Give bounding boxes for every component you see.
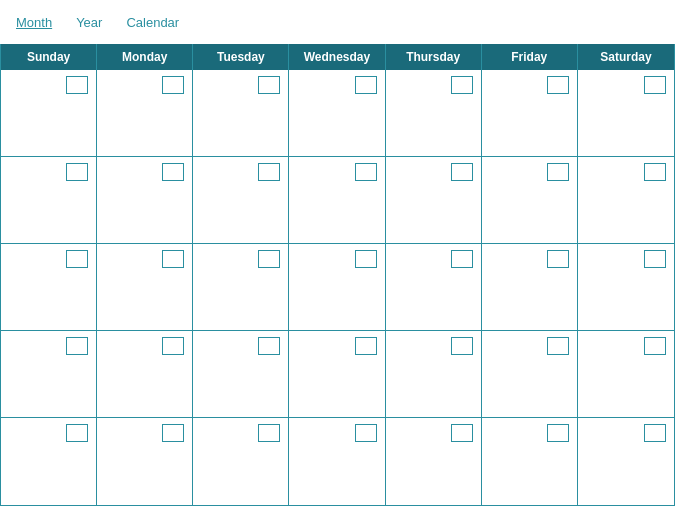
date-box [162, 76, 184, 94]
date-box [644, 163, 666, 181]
table-row[interactable] [1, 70, 97, 157]
table-row[interactable] [1, 157, 97, 244]
table-row[interactable] [578, 157, 674, 244]
table-row[interactable] [386, 70, 482, 157]
table-row[interactable] [482, 244, 578, 331]
table-row[interactable] [193, 418, 289, 505]
table-row[interactable] [482, 418, 578, 505]
date-box [547, 163, 569, 181]
date-box [162, 250, 184, 268]
table-row[interactable] [97, 418, 193, 505]
table-row[interactable] [1, 244, 97, 331]
table-row[interactable] [482, 70, 578, 157]
date-box [258, 163, 280, 181]
date-box [258, 250, 280, 268]
calendar-grid [1, 70, 674, 505]
table-row[interactable] [578, 70, 674, 157]
table-row[interactable] [97, 244, 193, 331]
table-row[interactable] [482, 331, 578, 418]
date-box [162, 163, 184, 181]
date-box [547, 337, 569, 355]
date-box [451, 76, 473, 94]
header-thursday: Thursday [386, 44, 482, 70]
table-row[interactable] [386, 418, 482, 505]
date-box [258, 424, 280, 442]
table-row[interactable] [386, 244, 482, 331]
header-saturday: Saturday [578, 44, 674, 70]
date-box [644, 424, 666, 442]
table-row[interactable] [386, 157, 482, 244]
table-row[interactable] [289, 70, 385, 157]
calendar-header: Sunday Monday Tuesday Wednesday Thursday… [1, 44, 674, 70]
date-box [66, 250, 88, 268]
table-row[interactable] [193, 70, 289, 157]
table-row[interactable] [193, 331, 289, 418]
date-box [644, 250, 666, 268]
date-box [66, 76, 88, 94]
table-row[interactable] [97, 157, 193, 244]
date-box [451, 250, 473, 268]
calendar-button[interactable]: Calendar [122, 13, 183, 32]
date-box [355, 424, 377, 442]
table-row[interactable] [578, 418, 674, 505]
date-box [162, 424, 184, 442]
date-box [258, 337, 280, 355]
header-wednesday: Wednesday [289, 44, 385, 70]
table-row[interactable] [289, 418, 385, 505]
date-box [162, 337, 184, 355]
table-row[interactable] [193, 244, 289, 331]
date-box [644, 337, 666, 355]
header-monday: Monday [97, 44, 193, 70]
header-friday: Friday [482, 44, 578, 70]
table-row[interactable] [482, 157, 578, 244]
year-button[interactable]: Year [72, 13, 106, 32]
date-box [66, 424, 88, 442]
date-box [547, 424, 569, 442]
date-box [355, 163, 377, 181]
table-row[interactable] [386, 331, 482, 418]
table-row[interactable] [289, 331, 385, 418]
date-box [451, 337, 473, 355]
table-row[interactable] [289, 157, 385, 244]
table-row[interactable] [1, 418, 97, 505]
table-row[interactable] [97, 70, 193, 157]
date-box [355, 76, 377, 94]
date-box [451, 163, 473, 181]
date-box [258, 76, 280, 94]
header-sunday: Sunday [1, 44, 97, 70]
table-row[interactable] [578, 331, 674, 418]
table-row[interactable] [1, 331, 97, 418]
table-row[interactable] [289, 244, 385, 331]
date-box [66, 163, 88, 181]
table-row[interactable] [97, 331, 193, 418]
date-box [355, 250, 377, 268]
date-box [451, 424, 473, 442]
date-box [547, 76, 569, 94]
calendar-container: Sunday Monday Tuesday Wednesday Thursday… [0, 44, 675, 506]
table-row[interactable] [578, 244, 674, 331]
table-row[interactable] [193, 157, 289, 244]
date-box [547, 250, 569, 268]
header-tuesday: Tuesday [193, 44, 289, 70]
month-button[interactable]: Month [12, 13, 56, 32]
date-box [644, 76, 666, 94]
date-box [66, 337, 88, 355]
date-box [355, 337, 377, 355]
toolbar: Month Year Calendar [0, 0, 675, 44]
